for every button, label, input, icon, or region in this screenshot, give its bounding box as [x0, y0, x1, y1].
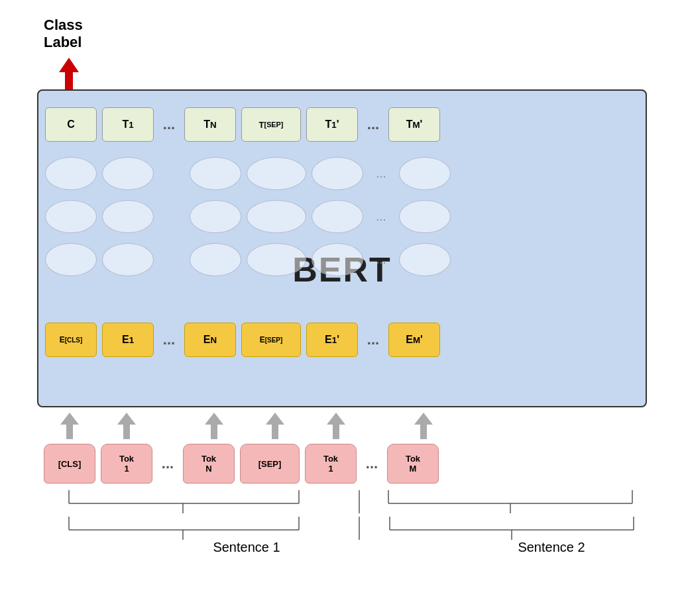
circle-top-1	[45, 157, 97, 190]
token-C: C	[45, 107, 97, 142]
dots-emb-2: ...	[363, 331, 383, 348]
tok-num-1b: 1	[328, 464, 333, 474]
token-EN: EN	[184, 323, 236, 357]
embedding-tokens-row: E[CLS] E1 ... EN E[SEP] E1' ... EM'	[45, 323, 639, 357]
diagram-container: Class Label BERT C T1 ... TN T[SEP] T1' …	[24, 17, 660, 599]
circles-mid-row: ...	[45, 200, 639, 233]
token-ECLS: E[CLS]	[45, 323, 97, 357]
dots-circles-3: ...	[369, 253, 394, 267]
circle-top-8	[399, 157, 451, 190]
svg-marker-94	[59, 58, 79, 94]
tok-label-1: Tok	[119, 454, 134, 464]
class-label-line1: Class	[44, 17, 83, 33]
circle-bot-1	[45, 243, 97, 276]
svg-marker-95	[60, 413, 79, 439]
arrow-cls	[44, 413, 95, 439]
bert-box: BERT C T1 ... TN T[SEP] T1' ... TM'	[37, 89, 647, 407]
arrow-1prime	[310, 413, 362, 439]
input-token-1: Tok 1	[101, 444, 152, 484]
circle-mid-8	[399, 200, 451, 233]
dots-2: ...	[363, 116, 383, 133]
token-T1: T1	[102, 107, 154, 142]
sentence-1-label: Sentence 1	[158, 540, 335, 555]
arrow-1	[101, 413, 152, 439]
red-arrow	[56, 58, 82, 91]
circle-top-2	[102, 157, 154, 190]
token-T1prime: T1'	[306, 107, 358, 142]
up-arrows-row	[44, 413, 640, 439]
circles-top-row: ...	[45, 157, 639, 190]
dots-circles-1: ...	[369, 167, 394, 181]
input-token-M: Tok M	[387, 444, 439, 484]
circle-mid-5	[247, 200, 306, 233]
svg-marker-98	[266, 413, 284, 439]
token-ESEP: E[SEP]	[241, 323, 301, 357]
token-TSEP: T[SEP]	[241, 107, 301, 142]
circle-mid-4	[190, 200, 241, 233]
circle-bot-5	[247, 243, 306, 276]
tok-num-N: N	[205, 464, 211, 474]
circle-bot-6	[312, 243, 363, 276]
class-label: Class Label	[44, 17, 83, 52]
dots-input-1: ...	[158, 455, 178, 472]
svg-marker-100	[414, 413, 433, 439]
token-TN: TN	[184, 107, 236, 142]
bracket-svg	[37, 487, 647, 540]
output-tokens-row: C T1 ... TN T[SEP] T1' ... TM'	[45, 107, 639, 142]
input-tokens-row: [CLS] Tok 1 ... Tok N [SEP] Tok 1 ... To…	[44, 444, 640, 484]
sentence-2-label: Sentence 2	[463, 540, 640, 555]
dots-1: ...	[159, 116, 179, 133]
tok-num-1: 1	[124, 464, 129, 474]
sentence-labels-row: Sentence 1 Sentence 2	[44, 540, 640, 555]
circle-top-5	[247, 157, 306, 190]
circles-bot-row: ...	[45, 243, 639, 276]
dots-input-2: ...	[362, 455, 382, 472]
tok-label-1b: Tok	[323, 454, 338, 464]
token-E1: E1	[102, 323, 154, 357]
input-token-N: Tok N	[183, 444, 235, 484]
circle-top-6	[312, 157, 363, 190]
tok-num-M: M	[410, 464, 417, 474]
circle-bot-4	[190, 243, 241, 276]
tok-label-N: Tok	[201, 454, 216, 464]
circle-mid-6	[312, 200, 363, 233]
arrow-SEP	[245, 413, 305, 439]
svg-marker-97	[205, 413, 223, 439]
token-EMprime: EM'	[388, 323, 440, 357]
token-TMprime: TM'	[388, 107, 440, 142]
class-label-line2: Label	[44, 34, 82, 50]
circle-bot-8	[399, 243, 451, 276]
token-E1prime: E1'	[306, 323, 358, 357]
circle-mid-1	[45, 200, 97, 233]
tok-label-M: Tok	[406, 454, 420, 464]
input-token-CLS: [CLS]	[44, 444, 95, 484]
circle-mid-2	[102, 200, 154, 233]
circle-top-4	[190, 157, 241, 190]
dots-emb-1: ...	[159, 331, 179, 348]
svg-marker-96	[117, 413, 136, 439]
arrow-Mprime	[398, 413, 449, 439]
arrow-N	[188, 413, 240, 439]
circle-bot-2	[102, 243, 154, 276]
svg-marker-99	[327, 413, 345, 439]
dots-circles-2: ...	[369, 210, 394, 224]
input-token-1b: Tok 1	[305, 444, 357, 484]
input-token-SEP: [SEP]	[240, 444, 300, 484]
